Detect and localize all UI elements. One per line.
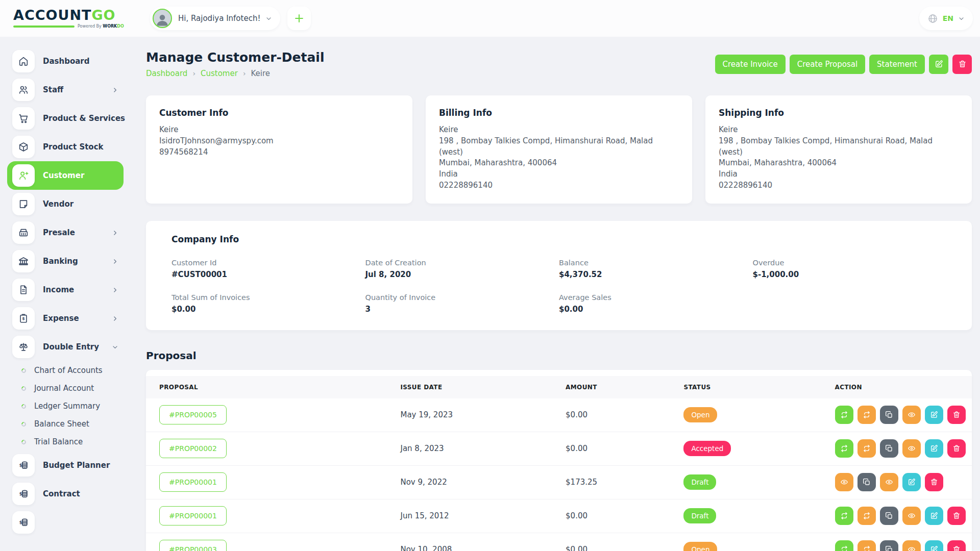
globe-icon	[927, 13, 938, 24]
convert-button[interactable]	[835, 507, 853, 525]
convert-button[interactable]	[835, 406, 853, 424]
proposal-id-link[interactable]: #PROP00001	[159, 506, 227, 525]
breadcrumb-item[interactable]: Dashboard	[146, 69, 187, 78]
field-value: $0.00	[172, 305, 365, 314]
delete-button[interactable]	[925, 473, 943, 491]
sidebar-item-journal-account[interactable]: Journal Account	[7, 380, 124, 397]
view-button[interactable]	[902, 507, 921, 525]
edit-button[interactable]	[925, 507, 943, 525]
convert-button[interactable]	[835, 540, 853, 551]
info-line: IsidroTJohnson@armyspy.com	[159, 136, 399, 147]
sidebar-item-expense[interactable]: Expense	[7, 304, 124, 333]
sidebar-item-product-stock[interactable]: Product Stock	[7, 133, 124, 161]
app-logo[interactable]: ACCOUNTGO Powered By WORKDO	[13, 8, 132, 29]
box-icon	[12, 136, 35, 158]
sidebar-item-label: Presale	[43, 228, 75, 237]
create-proposal-button[interactable]: Create Proposal	[790, 55, 865, 74]
breadcrumb-separator: ›	[192, 69, 195, 78]
copy-link-button[interactable]	[880, 507, 898, 525]
sidebar-item-label: Staff	[43, 85, 63, 94]
column-header: Proposal	[146, 376, 387, 398]
breadcrumb: Dashboard›Customer›Keire	[146, 69, 325, 78]
eye-icon	[908, 411, 916, 419]
sidebar-item-budget-planner[interactable]: Budget Planner	[7, 451, 124, 480]
company-field: Date of Creation Jul 8, 2020	[365, 259, 559, 279]
duplicate-button[interactable]	[857, 439, 876, 458]
sidebar-item-income[interactable]: Income	[7, 276, 124, 304]
proposal-id-link[interactable]: #PROP00005	[159, 405, 227, 424]
view-button[interactable]	[902, 406, 921, 424]
sidebar-item-ledger-summary[interactable]: Ledger Summary	[7, 397, 124, 415]
edit-button[interactable]	[925, 540, 943, 551]
view-button[interactable]	[902, 439, 921, 458]
sidebar-item-chart-of-accounts[interactable]: Chart of Accounts	[7, 362, 124, 379]
chevron-down-icon	[265, 15, 272, 22]
row-actions	[822, 406, 972, 424]
duplicate-button[interactable]	[857, 540, 876, 551]
billing-info-card: Billing Info Keire198 , Bombay Talkies C…	[426, 95, 692, 204]
chevron-right-icon	[112, 230, 118, 236]
coins-icon	[12, 454, 35, 477]
income-icon	[12, 279, 35, 301]
info-line: 8974568214	[159, 147, 399, 158]
duplicate-button[interactable]	[857, 406, 876, 424]
view-button[interactable]	[880, 473, 898, 491]
delete-button[interactable]	[947, 540, 966, 551]
delete-button[interactable]	[947, 406, 966, 424]
view-button[interactable]	[902, 540, 921, 551]
quick-add-button[interactable]	[287, 7, 311, 30]
company-field: Average Sales $0.00	[559, 293, 753, 314]
trash-icon	[952, 444, 961, 453]
sidebar-item-double-entry[interactable]: Double Entry	[7, 333, 124, 361]
status-badge: Draft	[683, 474, 716, 490]
sidebar-item-staff[interactable]: Staff	[7, 76, 124, 104]
edit-button[interactable]	[902, 473, 921, 491]
staff-icon	[12, 79, 35, 101]
sidebar-item-product-services[interactable]: Product & Services	[7, 104, 124, 133]
delete-customer-button[interactable]	[952, 55, 972, 74]
sidebar-item-customer[interactable]: Customer	[7, 161, 124, 190]
logo-underline	[13, 26, 75, 28]
copy-link-button[interactable]	[880, 406, 898, 424]
info-line: 02228896140	[439, 180, 679, 191]
proposal-id-link[interactable]: #PROP00003	[159, 540, 227, 551]
sidebar-item-balance-sheet[interactable]: Balance Sheet	[7, 415, 124, 433]
sidebar-item-presale[interactable]: Presale	[7, 218, 124, 247]
sidebar-item-contract[interactable]: Contract	[7, 480, 124, 508]
user-menu[interactable]: Hi, Rajodiya Infotech!	[150, 7, 280, 30]
breadcrumb-item[interactable]: Customer	[201, 69, 238, 78]
proposal-id-link[interactable]: #PROP00001	[159, 472, 227, 492]
field-label: Balance	[559, 259, 753, 267]
chevron-right-icon	[112, 315, 118, 322]
delete-button[interactable]	[947, 507, 966, 525]
info-line: India	[719, 169, 959, 180]
sidebar-item-vendor[interactable]: Vendor	[7, 190, 124, 218]
company-field: Customer Id #CUST00001	[172, 259, 365, 279]
sidebar-item-trial-balance[interactable]: Trial Balance	[7, 433, 124, 450]
copy-link-button[interactable]	[880, 540, 898, 551]
sidebar-item-banking[interactable]: Banking	[7, 247, 124, 276]
amount: $0.00	[552, 545, 670, 551]
edit-button[interactable]	[925, 439, 943, 458]
preview-button[interactable]	[835, 473, 853, 491]
field-label: Overdue	[753, 259, 947, 267]
card-title: Billing Info	[439, 108, 679, 118]
language-selector[interactable]: EN	[919, 7, 973, 30]
sidebar-subitem-label: Journal Account	[34, 384, 94, 393]
create-invoice-button[interactable]: Create Invoice	[715, 55, 786, 74]
convert-button[interactable]	[835, 439, 853, 458]
info-line: Keire	[719, 124, 959, 136]
edit-button[interactable]	[925, 406, 943, 424]
duplicate-button[interactable]	[857, 507, 876, 525]
copy-link-button[interactable]	[880, 439, 898, 458]
row-actions	[822, 540, 972, 551]
sidebar-item-dashboard[interactable]: Dashboard	[7, 47, 124, 76]
proposal-id-link[interactable]: #PROP00002	[159, 439, 227, 458]
copy-link-button[interactable]	[857, 473, 876, 491]
edit-customer-button[interactable]	[929, 55, 948, 74]
row-actions	[822, 439, 972, 458]
delete-button[interactable]	[947, 439, 966, 458]
sidebar-item[interactable]	[7, 508, 124, 537]
statement-button[interactable]: Statement	[869, 55, 925, 74]
customer-icon	[12, 164, 35, 187]
